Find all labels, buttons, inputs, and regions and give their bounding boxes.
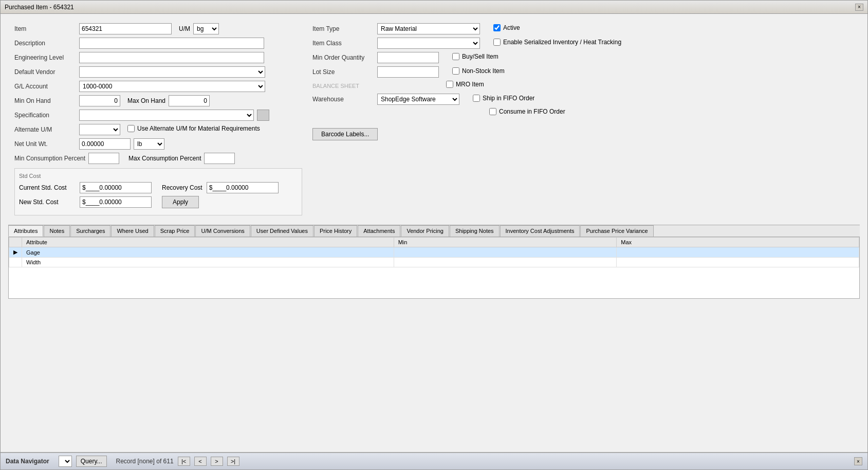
specification-label: Specification xyxy=(14,112,76,119)
data-navigator-dropdown[interactable] xyxy=(59,456,72,467)
min-consumption-label: Min Consumption Percent xyxy=(14,155,85,162)
warehouse-select[interactable]: ShopEdge Software xyxy=(377,94,459,105)
data-navigator-label: Data Navigator xyxy=(6,458,49,465)
recovery-cost-input[interactable] xyxy=(207,182,279,193)
min-on-hand-input[interactable] xyxy=(79,95,120,106)
current-std-cost-input[interactable] xyxy=(80,182,152,193)
item-label: Item xyxy=(14,25,76,32)
attribute-cell: Gage xyxy=(22,247,394,258)
use-alternate-um-label: Use Alternate U/M for Material Requireme… xyxy=(137,125,260,132)
ship-fifo-checkbox[interactable] xyxy=(473,95,480,102)
new-std-cost-row: New Std. Cost Apply xyxy=(19,196,298,208)
first-record-button[interactable]: |< xyxy=(178,457,190,466)
default-vendor-label: Default Vendor xyxy=(14,68,76,76)
record-text: Record [none] of 611 xyxy=(116,458,174,465)
min-order-qty-input[interactable] xyxy=(377,52,439,63)
net-unit-wt-input[interactable] xyxy=(79,138,131,150)
query-button[interactable]: Query... xyxy=(76,456,107,467)
min-cell xyxy=(394,258,617,267)
alternate-um-select[interactable] xyxy=(79,124,120,135)
weight-unit-select[interactable]: lb xyxy=(134,138,164,150)
title-bar: Purchased Item - 654321 × xyxy=(1,1,867,14)
warehouse-row: Warehouse ShopEdge Software Ship in FIFO… xyxy=(312,94,854,105)
consume-fifo-checkbox[interactable] xyxy=(489,108,496,115)
tab-shipping-notes[interactable]: Shipping Notes xyxy=(450,225,500,237)
use-alternate-um-checkbox[interactable] xyxy=(127,125,135,132)
current-std-cost-row: Current Std. Cost Recovery Cost xyxy=(19,182,298,193)
description-row: Description xyxy=(14,38,302,49)
mro-checkbox[interactable] xyxy=(446,81,453,88)
tab-price-history[interactable]: Price History xyxy=(314,225,357,237)
table-header-attribute: Attribute xyxy=(22,238,394,247)
std-cost-section: Std Cost Current Std. Cost Recovery Cost… xyxy=(14,168,302,215)
tab-where-used[interactable]: Where Used xyxy=(111,225,154,237)
buy-sell-checkbox[interactable] xyxy=(452,53,459,60)
gl-account-label: G/L Account xyxy=(14,83,76,90)
tab-vendor-pricing[interactable]: Vendor Pricing xyxy=(401,225,449,237)
tab-attributes[interactable]: Attributes xyxy=(8,225,43,237)
tabs-container: Attributes Notes Surcharges Where Used S… xyxy=(8,225,860,299)
non-stock-label: Non-Stock Item xyxy=(462,67,505,75)
buy-sell-checkbox-row[interactable]: Buy/Sell Item xyxy=(452,53,498,60)
data-navigator-close-button[interactable]: × xyxy=(854,457,862,465)
enable-serialized-checkbox-row[interactable]: Enable Serialized Inventory / Heat Track… xyxy=(493,39,621,46)
table-row[interactable]: ▶ Gage xyxy=(9,247,859,258)
data-navigator: Data Navigator Query... Record [none] of… xyxy=(1,452,867,469)
buy-sell-label: Buy/Sell Item xyxy=(462,53,498,60)
item-class-select[interactable] xyxy=(377,38,480,49)
consumption-row: Min Consumption Percent Max Consumption … xyxy=(14,153,302,164)
ship-fifo-checkbox-row[interactable]: Ship in FIFO Order xyxy=(473,95,534,102)
gl-account-select[interactable]: 1000-0000 xyxy=(79,81,265,92)
warehouse-label: Warehouse xyxy=(312,96,374,103)
description-input[interactable] xyxy=(79,38,264,49)
ship-fifo-label: Ship in FIFO Order xyxy=(483,95,534,102)
specification-select[interactable] xyxy=(79,110,254,121)
consume-fifo-row: Consume in FIFO Order xyxy=(312,108,854,118)
window-close-button[interactable]: × xyxy=(855,4,863,11)
consume-fifo-checkbox-row[interactable]: Consume in FIFO Order xyxy=(489,108,565,115)
apply-button[interactable]: Apply xyxy=(162,196,199,208)
tab-surcharges[interactable]: Surcharges xyxy=(70,225,110,237)
min-cell xyxy=(394,247,617,258)
enable-serialized-checkbox[interactable] xyxy=(493,39,501,46)
non-stock-checkbox-row[interactable]: Non-Stock Item xyxy=(452,67,505,75)
active-checkbox-row[interactable]: Active xyxy=(493,24,520,31)
max-on-hand-input[interactable] xyxy=(169,95,210,106)
tab-purchase-price[interactable]: Purchase Price Variance xyxy=(580,225,653,237)
mro-checkbox-row[interactable]: MRO Item xyxy=(446,81,484,88)
spec-color-button[interactable] xyxy=(257,110,269,121)
tab-um-conversions[interactable]: U/M Conversions xyxy=(195,225,250,237)
table-header-min: Min xyxy=(394,238,617,247)
tab-notes[interactable]: Notes xyxy=(44,225,70,237)
um-select[interactable]: bg xyxy=(193,23,219,34)
table-header-arrow xyxy=(9,238,22,247)
item-type-row: Item Type Raw Material Active xyxy=(312,23,854,34)
left-column: Item U/M bg Description Engineering Leve… xyxy=(14,23,302,215)
tab-scrap-price[interactable]: Scrap Price xyxy=(155,225,195,237)
table-row[interactable]: Width xyxy=(9,258,859,267)
prev-record-button[interactable]: < xyxy=(194,457,207,466)
new-std-cost-input[interactable] xyxy=(80,196,152,208)
min-consumption-input[interactable] xyxy=(88,153,119,164)
tab-attachments[interactable]: Attachments xyxy=(358,225,400,237)
item-type-select[interactable]: Raw Material xyxy=(377,23,480,34)
alternate-um-label: Alternate U/M xyxy=(14,126,76,133)
engineering-level-input[interactable] xyxy=(79,52,264,63)
max-cell xyxy=(617,247,859,258)
use-alternate-um-checkbox-row[interactable]: Use Alternate U/M for Material Requireme… xyxy=(127,125,260,132)
active-checkbox[interactable] xyxy=(493,24,501,31)
barcode-labels-button[interactable]: Barcode Labels... xyxy=(312,128,378,140)
row-arrow xyxy=(9,258,22,267)
non-stock-checkbox[interactable] xyxy=(452,67,459,75)
last-record-button[interactable]: >| xyxy=(227,457,239,466)
default-vendor-select[interactable] xyxy=(79,66,265,78)
consume-fifo-label: Consume in FIFO Order xyxy=(499,108,565,115)
description-label: Description xyxy=(14,40,76,47)
tab-inventory-cost[interactable]: Inventory Cost Adjustments xyxy=(500,225,580,237)
max-consumption-input[interactable] xyxy=(204,153,235,164)
lot-size-input[interactable] xyxy=(377,66,439,78)
tab-user-defined[interactable]: User Defined Values xyxy=(251,225,313,237)
item-input[interactable] xyxy=(79,23,172,34)
next-record-button[interactable]: > xyxy=(211,457,223,466)
on-hand-row: Min On Hand Max On Hand xyxy=(14,95,302,106)
